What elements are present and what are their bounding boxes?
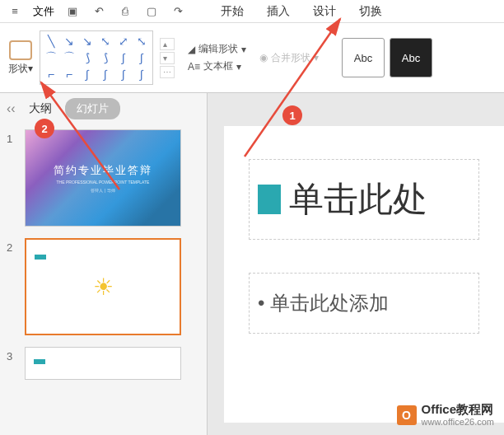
watermark: O Office教程网 www.office26.com xyxy=(397,403,494,427)
watermark-brand-cn: 教程网 xyxy=(456,402,493,416)
annotation-badge-1: 1 xyxy=(282,105,302,125)
watermark-brand: Office xyxy=(422,402,457,416)
watermark-url: www.office26.com xyxy=(422,417,494,427)
svg-line-1 xyxy=(41,82,119,189)
annotation-arrows xyxy=(0,0,504,435)
office-logo-icon: O xyxy=(397,405,417,425)
annotation-badge-2: 2 xyxy=(35,119,54,138)
svg-line-0 xyxy=(245,19,340,157)
